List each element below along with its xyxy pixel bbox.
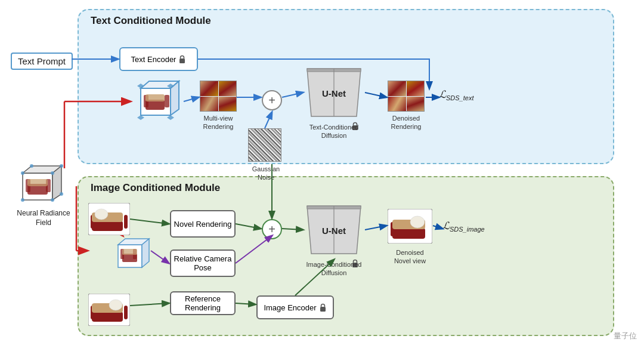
novel-view-sofa-svg [88, 203, 130, 235]
diagram-container: Text Conditioned Module Image Conditione… [0, 0, 644, 345]
svg-point-15 [21, 198, 24, 202]
neural-field-cube [11, 161, 64, 209]
svg-rect-53 [320, 307, 326, 312]
svg-rect-63 [124, 215, 128, 229]
svg-marker-30 [167, 115, 174, 120]
image-conditioned-diffusion-label: Image-ConditionedDiffusion [304, 260, 364, 278]
svg-rect-25 [165, 95, 169, 107]
denoised-novel-view: DenoisedNovel view [388, 209, 432, 266]
unet-bottom: U-Net Image-ConditionedDiffusion [304, 203, 364, 278]
denoised-novel-svg [388, 209, 432, 244]
reference-sofa-image [88, 294, 130, 328]
svg-rect-26 [145, 94, 165, 101]
gaussian-label: GaussianNoise [243, 165, 289, 182]
novel-view-sofa-image [88, 203, 130, 238]
svg-point-14 [51, 171, 54, 175]
text-encoder: Text Encoder [119, 47, 198, 71]
text-conditioned-diffusion-label: Text-ConditionedDiffusion [304, 123, 364, 140]
svg-point-18 [60, 164, 63, 168]
svg-point-19 [60, 192, 63, 196]
plus-circle-top: + [262, 90, 282, 110]
svg-point-16 [51, 198, 54, 202]
denoised-rendering-label: Denoised Rendering [388, 114, 425, 131]
text-prompt: Text Prompt [11, 53, 73, 70]
plus-circle-bottom: + [262, 219, 282, 239]
relative-camera-pose-box: Relative Camera Pose [170, 249, 236, 277]
svg-point-13 [21, 171, 24, 175]
denoised-rendering-top: Denoised Rendering [388, 81, 425, 131]
lock-icon-image-encoder [319, 303, 327, 312]
multiview-cube-top-svg [130, 78, 182, 124]
loss-sds-image: ℒSDS_image [442, 220, 485, 233]
gaussian-noise-top [248, 128, 281, 162]
image-encoder-box: Image Encoder [256, 295, 334, 319]
text-module-title: Text Conditioned Module [91, 15, 211, 27]
svg-text:U-Net: U-Net [322, 226, 346, 236]
multiview-cube-top [130, 78, 182, 127]
svg-marker-29 [137, 115, 144, 120]
svg-point-52 [410, 216, 425, 228]
svg-rect-42 [122, 249, 137, 255]
unet-top-svg: U-Net [304, 66, 364, 119]
lock-icon [178, 55, 186, 64]
unet-bottom-svg: U-Net [304, 203, 364, 257]
svg-text:U-Net: U-Net [322, 88, 346, 98]
reference-rendering-box: Reference Rendering [170, 291, 236, 315]
denoised-novel-label: DenoisedNovel view [388, 248, 432, 266]
novel-rendering-box: Novel Rendering [170, 210, 236, 238]
svg-point-59 [109, 300, 122, 310]
watermark: 量子位 [614, 331, 637, 341]
unet-top: U-Net Text-ConditionedDiffusion [304, 66, 364, 140]
image-module-title: Image Conditioned Module [91, 182, 220, 194]
multiview-label: Multi-view Rendering [200, 114, 237, 131]
svg-rect-12 [27, 179, 48, 186]
multiview-rendering-top: Multi-view Rendering [200, 81, 237, 131]
neural-field-label: Neural Radiance Field [11, 209, 76, 227]
reference-sofa-svg [88, 294, 130, 326]
svg-rect-57 [124, 306, 128, 319]
neural-radiance-field: Neural Radiance Field [11, 161, 76, 227]
svg-point-65 [95, 209, 108, 220]
svg-rect-0 [179, 58, 185, 63]
svg-point-17 [30, 164, 33, 168]
loss-sds-text: ℒSDS_text [439, 88, 473, 101]
